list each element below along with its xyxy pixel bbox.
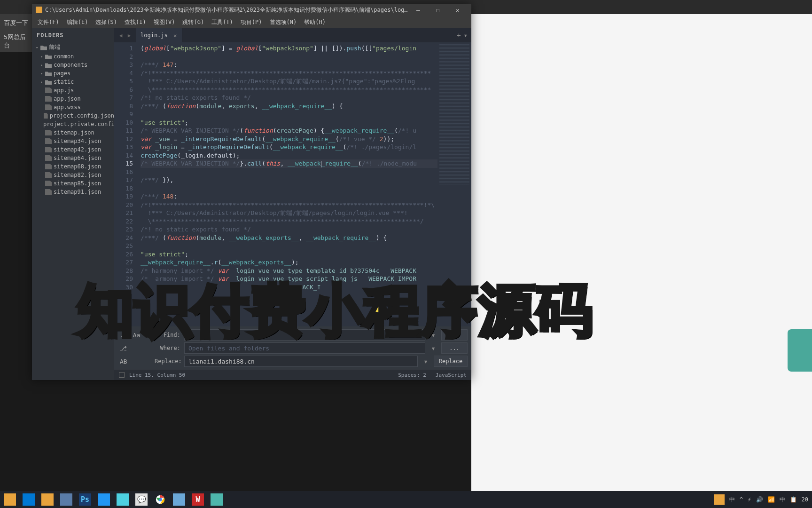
tree-label: components — [54, 62, 87, 68]
preserve-case-icon[interactable]: AB — [120, 358, 127, 365]
replace-button[interactable]: Replace — [434, 356, 468, 367]
file-item[interactable]: sitemap.json — [32, 128, 114, 137]
tab-label: login.js — [141, 32, 168, 39]
taskbar-chrome-icon[interactable] — [154, 493, 166, 506]
tray-item[interactable]: 中 — [729, 496, 735, 504]
new-tab-icon[interactable]: + — [457, 32, 461, 39]
file-item[interactable]: app.js — [32, 86, 114, 95]
tree-label: sitemap42.json — [54, 146, 101, 153]
file-item[interactable]: project.private.config.json — [32, 120, 114, 128]
video-caption: 知识付费小程序源码 — [78, 273, 593, 349]
side-widget[interactable] — [788, 329, 812, 372]
taskbar-ps-icon[interactable]: Ps — [79, 493, 91, 506]
file-item[interactable]: sitemap42.json — [32, 145, 114, 154]
tree-label: sitemap34.json — [54, 138, 101, 144]
file-icon — [44, 113, 48, 119]
tree-label: app.json — [54, 95, 81, 102]
status-bar: Line 15, Column 50 Spaces: 2 JavaScript — [114, 370, 471, 380]
app-icon — [36, 7, 42, 13]
taskbar-notes-icon[interactable] — [173, 493, 185, 506]
file-item[interactable]: app.wxss — [32, 103, 114, 111]
tree-label: app.js — [54, 87, 74, 94]
search-options-3: AB — [118, 358, 151, 365]
taskbar-mail-icon[interactable] — [23, 493, 35, 506]
folder-icon — [45, 62, 52, 68]
folder-item[interactable]: ▸static — [32, 78, 114, 86]
file-item[interactable]: sitemap85.json — [32, 179, 114, 188]
menu-item[interactable]: 查找(I) — [121, 16, 150, 28]
file-icon — [45, 138, 52, 144]
folder-tree: ▾前端▸common▸components▸pages▸staticapp.js… — [32, 42, 114, 196]
tab-menu-icon[interactable]: ▾ — [464, 32, 468, 39]
menu-item[interactable]: 编辑(E) — [63, 16, 92, 28]
syntax-status[interactable]: JavaScript — [436, 372, 467, 378]
close-button[interactable]: ✕ — [448, 4, 468, 16]
maximize-button[interactable]: ☐ — [428, 4, 448, 16]
file-icon — [45, 87, 52, 93]
taskbar-sublime-icon[interactable] — [41, 493, 54, 506]
tree-label: sitemap64.json — [54, 155, 101, 161]
file-item[interactable]: sitemap64.json — [32, 154, 114, 162]
taskbar-bird-icon[interactable] — [98, 493, 110, 506]
tree-label: sitemap85.json — [54, 180, 101, 187]
menu-item[interactable]: 项目(P) — [237, 16, 266, 28]
taskbar-chat-icon[interactable]: 💬 — [135, 493, 148, 506]
tray-item[interactable]: 中 — [780, 496, 785, 504]
title-bar[interactable]: C:\Users\Admin\Downloads\2023全新纯净版本知识付费微… — [32, 4, 471, 16]
folder-item[interactable]: ▸common — [32, 52, 114, 61]
tab-prev-icon[interactable]: ◀ — [117, 32, 125, 39]
dock-label-2: 5网总后台 — [2, 30, 30, 53]
folder-icon — [45, 54, 52, 59]
taskbar-dots-icon[interactable] — [117, 493, 129, 506]
file-item[interactable]: sitemap82.json — [32, 171, 114, 179]
system-tray: 中^⚡🔊📶中📋20 — [714, 494, 808, 505]
tab-next-icon[interactable]: ▶ — [125, 32, 133, 39]
sidebar-header: FOLDERS — [32, 28, 114, 42]
folder-item[interactable]: ▾前端 — [32, 42, 114, 52]
taskbar-explorer-icon[interactable] — [4, 493, 16, 506]
tray-item[interactable]: 📶 — [768, 496, 775, 503]
tray-item[interactable]: 20 — [802, 496, 808, 503]
tray-item[interactable]: ⚡ — [748, 496, 751, 503]
tree-label: sitemap91.json — [54, 189, 101, 195]
folder-icon — [45, 71, 52, 76]
file-icon — [45, 181, 52, 186]
menu-item[interactable]: 视图(V) — [150, 16, 179, 28]
minimize-button[interactable]: — — [408, 4, 428, 16]
tray-item[interactable]: 📋 — [790, 496, 797, 503]
indent-status[interactable]: Spaces: 2 — [398, 372, 426, 378]
tree-label: 前端 — [49, 43, 60, 51]
menu-item[interactable]: 选择(S) — [92, 16, 121, 28]
folder-item[interactable]: ▸pages — [32, 69, 114, 78]
menu-item[interactable]: 跳转(G) — [179, 16, 208, 28]
status-icon[interactable] — [119, 372, 125, 378]
tree-label: sitemap82.json — [54, 172, 101, 178]
replace-history-icon[interactable]: ▾ — [422, 357, 430, 366]
folder-item[interactable]: ▸components — [32, 61, 114, 69]
tray-item[interactable]: 🔊 — [756, 496, 763, 503]
tree-label: common — [54, 53, 74, 60]
menu-item[interactable]: 文件(F) — [34, 16, 63, 28]
tab-close-icon[interactable]: × — [173, 32, 177, 39]
file-item[interactable]: app.json — [32, 95, 114, 103]
file-item[interactable]: sitemap34.json — [32, 137, 114, 145]
tree-label: sitemap.json — [54, 129, 94, 136]
right-blank-area — [471, 14, 812, 508]
file-icon — [45, 96, 52, 102]
taskbar-w-icon[interactable]: W — [192, 493, 204, 506]
menu-item[interactable]: 首选项(N) — [266, 16, 301, 28]
file-item[interactable]: sitemap91.json — [32, 188, 114, 196]
file-item[interactable]: sitemap68.json — [32, 162, 114, 171]
taskbar-app-icon[interactable] — [60, 493, 72, 506]
minimap-content — [439, 44, 469, 185]
tray-ime-icon[interactable] — [714, 494, 725, 505]
file-icon — [45, 155, 52, 161]
taskbar-green-icon[interactable] — [211, 493, 223, 506]
tab-login-js[interactable]: login.js × — [136, 28, 182, 42]
menu-item[interactable]: 帮助(H) — [300, 16, 329, 28]
menu-item[interactable]: 工具(T) — [208, 16, 237, 28]
file-item[interactable]: project.config.json — [32, 111, 114, 120]
tray-item[interactable]: ^ — [740, 496, 743, 503]
folder-icon — [40, 45, 47, 50]
replace-input[interactable] — [184, 356, 418, 367]
